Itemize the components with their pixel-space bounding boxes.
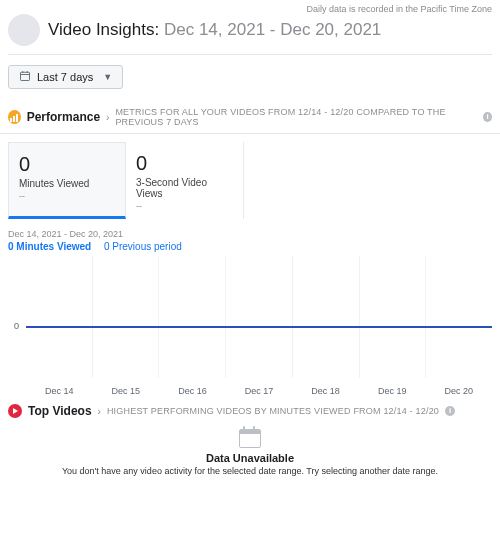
empty-message: You don't have any video activity for th… [20, 466, 480, 476]
page-title: Video Insights: Dec 14, 2021 - Dec 20, 2… [48, 20, 381, 40]
metric-value: 0 [136, 152, 233, 175]
legend-compare-value: 0 [104, 241, 110, 252]
x-tick: Dec 15 [93, 386, 160, 396]
chart-legend: 0 Minutes Viewed 0 Previous period [8, 241, 492, 252]
title-prefix: Video Insights: [48, 20, 159, 39]
calendar-icon [19, 70, 31, 84]
metric-value: 0 [19, 153, 115, 176]
top-videos-subtitle: HIGHEST PERFORMING VIDEOS BY MINUTES VIE… [107, 406, 439, 416]
performance-subtitle: METRICS FOR ALL YOUR VIDEOS FROM 12/14 -… [115, 107, 477, 127]
x-tick: Dec 18 [292, 386, 359, 396]
divider [8, 54, 492, 55]
svg-rect-0 [21, 72, 30, 80]
x-tick: Dec 14 [26, 386, 93, 396]
bar-chart-icon [8, 110, 21, 124]
x-tick: Dec 19 [359, 386, 426, 396]
info-icon[interactable]: i [483, 112, 492, 122]
page-avatar [8, 14, 40, 46]
top-videos-title: Top Videos [28, 404, 92, 418]
x-tick: Dec 17 [226, 386, 293, 396]
chevron-right-icon: › [106, 112, 109, 123]
metric-cards: 0 Minutes Viewed -- 0 3-Second Video Vie… [0, 134, 500, 227]
legend-metric-value: 0 [8, 241, 14, 252]
chevron-down-icon: ▼ [103, 72, 112, 82]
legend-metric-label: Minutes Viewed [16, 241, 91, 252]
x-axis: Dec 14 Dec 15 Dec 16 Dec 17 Dec 18 Dec 1… [26, 386, 492, 396]
metric-label: Minutes Viewed [19, 178, 115, 189]
calendar-empty-icon [239, 426, 261, 448]
legend-compare-label: Previous period [112, 241, 181, 252]
chevron-right-icon: › [98, 406, 101, 417]
series-line [26, 326, 492, 328]
info-icon[interactable]: i [445, 406, 455, 416]
play-icon [8, 404, 22, 418]
top-videos-header: Top Videos › HIGHEST PERFORMING VIDEOS B… [0, 396, 500, 418]
y-tick-0: 0 [14, 321, 19, 331]
page-header: Video Insights: Dec 14, 2021 - Dec 20, 2… [0, 14, 500, 54]
metric-label: 3-Second Video Views [136, 177, 233, 199]
date-range-label: Last 7 days [37, 71, 93, 83]
metric-delta: -- [19, 191, 115, 201]
chart-area: Dec 14, 2021 - Dec 20, 2021 0 Minutes Vi… [0, 227, 500, 396]
chart-grid [26, 256, 492, 378]
title-date-range: Dec 14, 2021 - Dec 20, 2021 [164, 20, 381, 39]
performance-title: Performance [27, 110, 100, 124]
x-tick: Dec 16 [159, 386, 226, 396]
metric-card-3s-views[interactable]: 0 3-Second Video Views -- [126, 142, 244, 219]
empty-title: Data Unavailable [20, 452, 480, 464]
chart-date-range: Dec 14, 2021 - Dec 20, 2021 [8, 229, 492, 239]
line-chart: 0 Dec 14 Dec 15 Dec 16 Dec 17 Dec 18 Dec… [8, 256, 492, 396]
metric-card-minutes-viewed[interactable]: 0 Minutes Viewed -- [8, 142, 126, 219]
empty-state: Data Unavailable You don't have any vide… [0, 418, 500, 476]
date-range-selector[interactable]: Last 7 days ▼ [8, 65, 123, 89]
x-tick: Dec 20 [425, 386, 492, 396]
timezone-note: Daily data is recorded in the Pacific Ti… [0, 0, 500, 14]
metric-delta: -- [136, 201, 233, 211]
performance-header: Performance › METRICS FOR ALL YOUR VIDEO… [0, 103, 500, 134]
